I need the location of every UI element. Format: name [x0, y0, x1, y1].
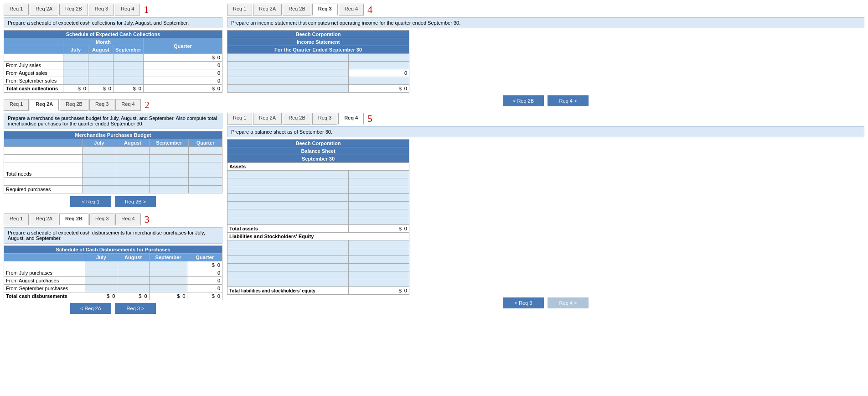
cell-august[interactable] [88, 69, 114, 77]
cell-value[interactable] [349, 240, 409, 248]
cell-august[interactable] [117, 261, 149, 269]
cell-label[interactable] [227, 69, 349, 77]
cell-august[interactable] [116, 155, 150, 162]
cell-value[interactable] [349, 186, 409, 194]
cell-august[interactable] [116, 186, 150, 193]
cell-quarter[interactable] [189, 186, 222, 193]
cell-value[interactable] [349, 279, 409, 287]
cell-august[interactable] [116, 170, 150, 178]
cell-july[interactable] [85, 269, 117, 277]
cell-label[interactable] [227, 240, 349, 248]
cell-august[interactable] [88, 54, 114, 62]
cell-value[interactable] [349, 248, 409, 256]
cell-quarter[interactable] [189, 178, 222, 186]
tab-req2b-r2a[interactable]: Req 2A [30, 214, 58, 225]
btn-next-req2b[interactable]: Req 2B > [115, 196, 156, 207]
tab-req4-r4[interactable]: Req 4 [338, 113, 364, 125]
btn-prev-req2b[interactable]: < Req 2B [503, 95, 544, 106]
cell-value[interactable] [349, 217, 409, 225]
cell-july[interactable] [85, 261, 117, 269]
cell-label[interactable] [227, 171, 349, 178]
cell-august[interactable] [116, 147, 150, 155]
cell-september[interactable] [114, 62, 144, 69]
cell-value[interactable] [349, 209, 409, 217]
cell-quarter[interactable] [189, 170, 222, 178]
cell-september[interactable] [150, 162, 189, 170]
cell-july[interactable] [82, 178, 116, 186]
tab-req3-r4[interactable]: Req 4 [339, 4, 364, 16]
btn-prev-req3[interactable]: < Req 3 [503, 297, 544, 308]
tab-req4-r2b[interactable]: Req 2B [283, 113, 311, 125]
cell-september[interactable] [149, 269, 187, 277]
cell-july[interactable] [85, 277, 117, 285]
tab-req1-r4[interactable]: Req 4 [115, 4, 140, 16]
cell-value[interactable] [349, 256, 409, 264]
cell-july[interactable] [82, 155, 116, 162]
cell-september[interactable] [114, 69, 144, 77]
cell-september[interactable] [150, 147, 189, 155]
cell-label[interactable] [227, 279, 349, 287]
cell-august[interactable] [117, 285, 149, 292]
cell-label[interactable] [227, 217, 349, 225]
btn-prev-req1[interactable]: < Req 1 [70, 196, 111, 207]
cell-july[interactable] [63, 69, 88, 77]
cell-september[interactable] [149, 261, 187, 269]
tab-req1-r3[interactable]: Req 3 [89, 4, 114, 16]
cell-july[interactable] [85, 285, 117, 292]
cell-label[interactable] [227, 256, 349, 264]
cell-value[interactable] [349, 202, 409, 209]
tab-req4-r3[interactable]: Req 3 [312, 113, 337, 125]
cell-value[interactable] [349, 194, 409, 202]
cell-july[interactable] [82, 147, 116, 155]
tab-req1-r2b[interactable]: Req 2B [59, 4, 88, 16]
tab-req1-r2a[interactable]: Req 2A [30, 4, 58, 16]
cell-value[interactable] [349, 271, 409, 279]
cell-july[interactable] [63, 54, 88, 62]
cell-label[interactable] [227, 264, 349, 271]
tab-req3-r2b[interactable]: Req 2B [283, 4, 311, 16]
cell-august[interactable] [117, 269, 149, 277]
cell-label[interactable] [227, 85, 349, 93]
tab-req2b-r1[interactable]: Req 1 [4, 214, 29, 225]
cell-september[interactable] [150, 170, 189, 178]
cell-label[interactable] [227, 186, 349, 194]
tab-req2b-r2b[interactable]: Req 2B [59, 214, 88, 225]
tab-req2a-r4[interactable]: Req 4 [115, 99, 140, 111]
cell-july[interactable] [63, 77, 88, 85]
cell-september[interactable] [114, 77, 144, 85]
tab-req4-r2a[interactable]: Req 2A [253, 113, 282, 125]
cell-august[interactable] [88, 77, 114, 85]
cell-label[interactable] [227, 62, 349, 69]
cell-quarter[interactable] [189, 155, 222, 162]
cell-value[interactable] [349, 264, 409, 271]
cell-august[interactable] [88, 62, 114, 69]
cell-value[interactable] [349, 171, 409, 178]
tab-req2b-r4[interactable]: Req 4 [115, 214, 140, 225]
cell-label[interactable] [227, 194, 349, 202]
cell-value[interactable] [349, 54, 409, 62]
cell-quarter[interactable] [189, 147, 222, 155]
cell-quarter[interactable] [189, 162, 222, 170]
cell-september[interactable] [150, 155, 189, 162]
tab-req3-r1[interactable]: Req 1 [227, 4, 252, 16]
btn-next-req4[interactable]: Req 4 > [548, 95, 589, 106]
cell-september[interactable] [150, 178, 189, 186]
cell-label[interactable] [227, 54, 349, 62]
cell-july[interactable] [82, 162, 116, 170]
tab-req2a-r2b[interactable]: Req 2B [60, 99, 88, 111]
cell-label[interactable] [227, 209, 349, 217]
cell-july[interactable] [82, 170, 116, 178]
cell-value[interactable] [349, 178, 409, 186]
cell-label[interactable] [227, 202, 349, 209]
cell-august[interactable] [116, 162, 150, 170]
cell-september[interactable] [150, 186, 189, 193]
cell-value[interactable] [349, 77, 409, 85]
tab-req3-r3[interactable]: Req 3 [312, 4, 338, 16]
cell-september[interactable] [149, 277, 187, 285]
cell-september[interactable] [149, 285, 187, 292]
cell-august[interactable] [116, 178, 150, 186]
cell-label[interactable] [227, 77, 349, 85]
cell-august[interactable] [117, 277, 149, 285]
tab-req2a-r1[interactable]: Req 1 [4, 99, 29, 111]
tab-req1-r1[interactable]: Req 1 [4, 4, 29, 16]
